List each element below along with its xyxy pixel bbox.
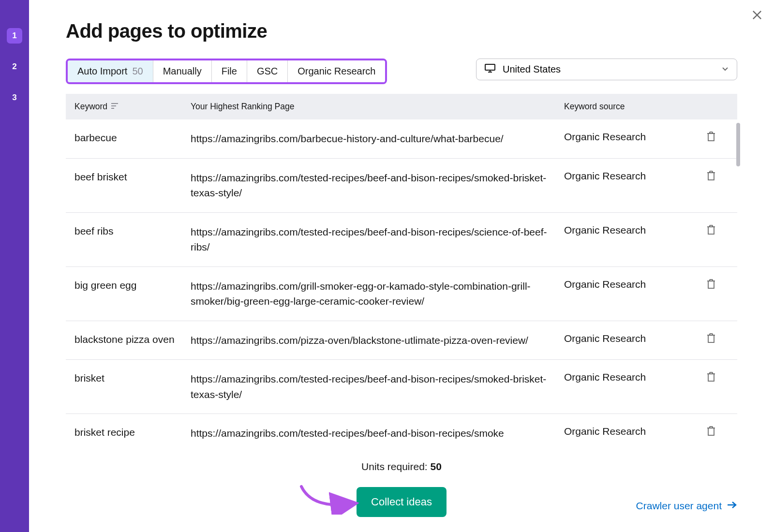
tab-manually[interactable]: Manually: [153, 60, 212, 82]
svg-rect-38: [708, 428, 714, 435]
tab-organic-research[interactable]: Organic Research: [288, 60, 385, 82]
svg-rect-2: [485, 64, 495, 70]
header-label: Keyword: [74, 102, 107, 112]
table-row: blackstone pizza ovenhttps://amazingribs…: [66, 321, 737, 360]
keywords-table: Keyword Your Highest Ranking Page Keywor…: [66, 94, 737, 439]
table-row: barbecuehttps://amazingribs.com/barbecue…: [66, 119, 737, 159]
cell-page-url: https://amazingribs.com/tested-recipes/b…: [191, 426, 564, 439]
cell-keyword: barbecue: [74, 131, 191, 147]
table-row: beef ribshttps://amazingribs.com/tested-…: [66, 213, 737, 267]
svg-rect-23: [708, 281, 714, 288]
step-3[interactable]: 3: [7, 90, 22, 105]
tab-gsc[interactable]: GSC: [247, 60, 288, 82]
svg-rect-33: [708, 374, 714, 381]
delete-icon[interactable]: [706, 224, 717, 235]
step-1[interactable]: 1: [7, 28, 22, 44]
delete-icon[interactable]: [706, 279, 717, 289]
svg-rect-13: [708, 173, 714, 180]
cell-page-url: https://amazingribs.com/tested-recipes/b…: [191, 170, 564, 201]
tab-auto-import[interactable]: Auto Import 50: [68, 60, 153, 82]
country-selector[interactable]: United States: [476, 59, 737, 80]
svg-rect-6: [111, 105, 116, 106]
cell-page-url: https://amazingribs.com/grill-smoker-egg…: [191, 279, 564, 309]
cell-page-url: https://amazingribs.com/pizza-oven/black…: [191, 333, 564, 348]
cell-source: Organic Research: [564, 170, 695, 201]
svg-rect-8: [708, 133, 714, 141]
tab-label: Auto Import: [77, 66, 127, 77]
cell-page-url: https://amazingribs.com/barbecue-history…: [191, 131, 564, 147]
cell-keyword: big green egg: [74, 279, 191, 309]
header-page: Your Highest Ranking Page: [191, 102, 564, 112]
arrow-right-icon: [727, 500, 737, 512]
tab-label: Manually: [163, 66, 202, 77]
wizard-sidebar: 1 2 3: [0, 0, 29, 532]
table-row: brisket recipehttps://amazingribs.com/te…: [66, 414, 737, 439]
cell-source: Organic Research: [564, 224, 695, 255]
cell-page-url: https://amazingribs.com/tested-recipes/b…: [191, 371, 564, 402]
page-title: Add pages to optimize: [66, 20, 737, 42]
tab-label: GSC: [257, 66, 278, 77]
cell-source: Organic Research: [564, 426, 695, 439]
cell-page-url: https://amazingribs.com/tested-recipes/b…: [191, 224, 564, 255]
cell-keyword: brisket recipe: [74, 426, 191, 439]
svg-rect-18: [708, 227, 714, 234]
delete-icon[interactable]: [706, 426, 717, 436]
device-icon: [484, 63, 496, 75]
import-method-tabs: Auto Import 50 Manually File GSC Organic…: [66, 59, 387, 84]
tab-file[interactable]: File: [212, 60, 247, 82]
tab-label: Organic Research: [298, 66, 375, 77]
delete-icon[interactable]: [706, 333, 717, 343]
cell-source: Organic Research: [564, 131, 695, 147]
link-label: Crawler user agent: [636, 500, 722, 512]
crawler-user-agent-link[interactable]: Crawler user agent: [636, 500, 737, 512]
table-row: big green egghttps://amazingribs.com/gri…: [66, 267, 737, 321]
step-2[interactable]: 2: [7, 59, 22, 74]
cell-keyword: beef brisket: [74, 170, 191, 201]
table-row: beef briskethttps://amazingribs.com/test…: [66, 159, 737, 213]
delete-icon[interactable]: [706, 170, 717, 181]
country-value: United States: [503, 64, 561, 75]
svg-rect-7: [111, 108, 114, 109]
header-keyword[interactable]: Keyword: [74, 102, 191, 112]
header-source: Keyword source: [564, 102, 695, 112]
cell-keyword: brisket: [74, 371, 191, 402]
collect-ideas-button[interactable]: Collect ideas: [357, 487, 447, 517]
units-required: Units required: 50: [29, 461, 774, 473]
cell-source: Organic Research: [564, 279, 695, 309]
units-value: 50: [431, 461, 442, 472]
cell-source: Organic Research: [564, 333, 695, 348]
chevron-down-icon: [721, 64, 729, 75]
footer: Units required: 50 Collect ideas Crawler…: [29, 452, 774, 532]
cell-keyword: blackstone pizza oven: [74, 333, 191, 348]
svg-rect-28: [708, 335, 714, 342]
table-header: Keyword Your Highest Ranking Page Keywor…: [66, 94, 737, 119]
cell-source: Organic Research: [564, 371, 695, 402]
scrollbar-thumb[interactable]: [736, 123, 740, 166]
tab-count: 50: [132, 66, 143, 77]
svg-rect-5: [111, 103, 118, 104]
tab-label: File: [222, 66, 237, 77]
delete-icon[interactable]: [706, 131, 717, 142]
table-row: briskethttps://amazingribs.com/tested-re…: [66, 360, 737, 414]
units-label: Units required:: [361, 461, 430, 472]
cell-keyword: beef ribs: [74, 224, 191, 255]
sort-icon: [111, 102, 119, 112]
delete-icon[interactable]: [706, 371, 717, 382]
